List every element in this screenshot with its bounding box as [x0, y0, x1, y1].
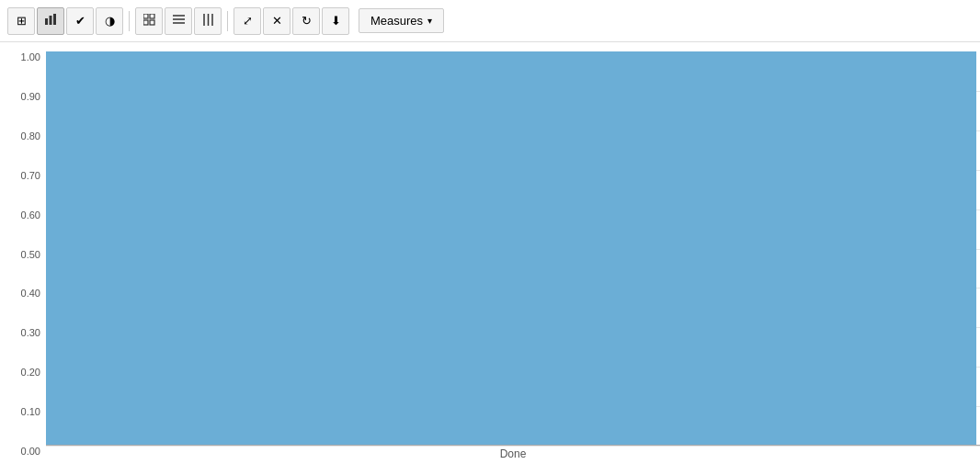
- check-button[interactable]: ✔: [66, 7, 94, 35]
- y-axis-label: 0.10: [21, 406, 40, 417]
- bar-chart-button[interactable]: [37, 7, 64, 35]
- measures-label: Measures: [370, 14, 423, 28]
- y-axis-label: 0.80: [21, 130, 40, 141]
- y-axis-label: 0.50: [21, 249, 40, 260]
- measures-dropdown-button[interactable]: Measures ▾: [359, 8, 444, 33]
- y-axis-label: 0.00: [21, 446, 40, 457]
- svg-rect-3: [143, 14, 148, 18]
- expand-icon: ⤢: [243, 14, 253, 28]
- columns-button[interactable]: [194, 7, 222, 35]
- y-axis-label: 0.90: [21, 91, 40, 102]
- svg-rect-4: [150, 14, 154, 18]
- svg-rect-5: [143, 20, 148, 25]
- y-axis-label: 0.70: [21, 170, 40, 181]
- y-axis: 1.000.900.800.700.600.500.400.300.200.10…: [0, 42, 46, 464]
- check-icon: ✔: [75, 14, 85, 28]
- lines-icon: [173, 14, 185, 28]
- grid-line: [46, 446, 980, 447]
- table-icon: ⊞: [17, 14, 27, 28]
- svg-rect-2: [53, 14, 56, 25]
- y-axis-label: 0.20: [21, 367, 40, 378]
- y-axis-label: 0.40: [21, 288, 40, 299]
- columns-icon: [202, 14, 214, 28]
- contrast-button[interactable]: ◑: [96, 7, 123, 35]
- separator-1: [129, 11, 130, 31]
- svg-rect-0: [45, 18, 48, 25]
- chart-body: Reservation Done: [46, 42, 980, 464]
- separator-2: [227, 11, 228, 31]
- chart-container: 1.000.900.800.700.600.500.400.300.200.10…: [0, 42, 980, 464]
- y-axis-label: 0.60: [21, 209, 40, 221]
- svg-rect-1: [50, 16, 52, 25]
- measures-caret-icon: ▾: [427, 16, 432, 26]
- download-button[interactable]: ⬇: [322, 7, 349, 35]
- y-axis-label: 1.00: [21, 51, 40, 62]
- toolbar: ⊞ ✔ ◑: [0, 0, 980, 42]
- expand-button[interactable]: ⤢: [234, 7, 261, 35]
- cross-icon: ✕: [272, 14, 282, 28]
- lines-button[interactable]: [165, 7, 192, 35]
- cross-button[interactable]: ✕: [263, 7, 291, 35]
- grid-icon: [143, 14, 155, 28]
- refresh-button[interactable]: ↻: [292, 7, 320, 35]
- x-axis-line: [46, 445, 980, 446]
- grid-button[interactable]: [135, 7, 163, 35]
- table-view-button[interactable]: ⊞: [7, 7, 35, 35]
- x-axis-label: Done: [500, 447, 527, 460]
- refresh-icon: ↻: [302, 14, 312, 28]
- contrast-icon: ◑: [105, 14, 115, 28]
- y-axis-label: 0.30: [21, 327, 40, 338]
- bar-chart-icon: [44, 13, 57, 28]
- svg-rect-6: [150, 20, 154, 25]
- bar-rect: [46, 51, 976, 446]
- download-icon: ⬇: [331, 14, 341, 28]
